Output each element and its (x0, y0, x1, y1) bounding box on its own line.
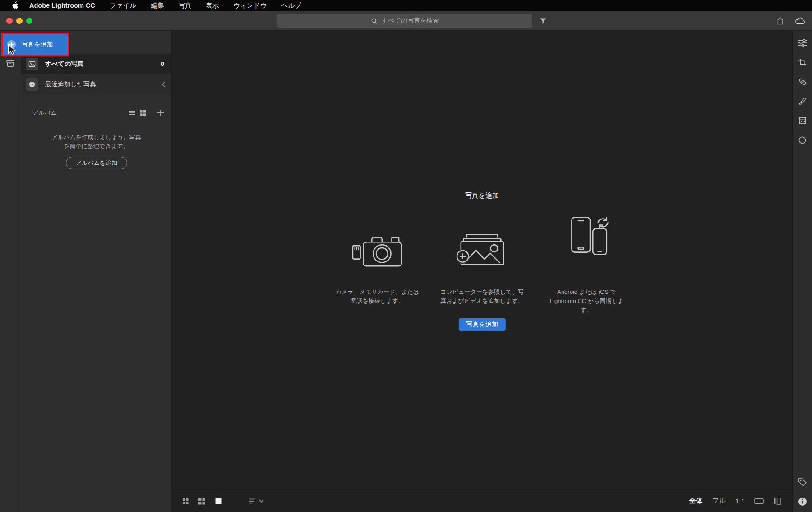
import-option-camera: カメラ、メモリカード、または 電話を接続します。 (325, 213, 430, 315)
album-grid-view-icon[interactable] (140, 110, 146, 116)
add-photos-primary-button[interactable]: 写真を追加 (458, 318, 505, 331)
fullscreen-button[interactable] (26, 18, 32, 24)
add-album-plus-icon[interactable] (157, 110, 164, 116)
albums-header: アルバム (32, 108, 164, 117)
all-photos-count: 0 (161, 61, 164, 67)
edit-sliders-icon[interactable] (798, 38, 807, 48)
minimize-button[interactable] (16, 18, 23, 24)
sidebar-item-recently-added[interactable]: 最近追加した写真 (21, 74, 171, 94)
crop-icon[interactable] (798, 57, 807, 67)
empty-state: 写真を追加 カメラ、メモリカード、または 電話を接続します。 (172, 191, 792, 315)
filter-icon[interactable] (540, 17, 547, 24)
detail-view-icon[interactable] (215, 498, 222, 504)
sidebar: 写真を追加 すべての写真 0 最近追加した写真 アルバム (0, 31, 172, 512)
sort-icon (249, 498, 256, 504)
sidebar-item-all-photos[interactable]: すべての写真 0 (21, 54, 171, 74)
titlebar-right-actions (776, 16, 806, 25)
import-option-mobile: Android または iOS で Lightroom CC から同期しま す。 (535, 213, 639, 315)
menu-item-edit[interactable]: 編集 (151, 1, 164, 10)
grid-large-icon[interactable] (198, 498, 206, 505)
lightroom-window: Adobe Lightroom CC ファイル 編集 写真 表示 ウィンドウ ヘ… (0, 0, 812, 512)
zoom-1-1-label[interactable]: 1:1 (735, 497, 745, 505)
sort-control[interactable] (249, 498, 264, 504)
import-option-browse: コンピューターを参照して、写 真およびビデオを追加します。 (430, 213, 535, 315)
import-option-browse-caption: コンピューターを参照して、写 真およびビデオを追加します。 (430, 288, 535, 306)
zoom-full-label[interactable]: フル (712, 497, 726, 505)
search-icon (371, 18, 378, 24)
filmstrip-icon[interactable] (754, 498, 764, 505)
search-placeholder: すべての写真を検索 (382, 17, 439, 25)
macos-menu-bar: Adobe Lightroom CC ファイル 編集 写真 表示 ウィンドウ ヘ… (0, 0, 812, 11)
my-photos-icon[interactable] (6, 60, 14, 67)
chevron-down-icon (259, 499, 264, 503)
import-options: カメラ、メモリカード、または 電話を接続します。 コンピューターを参照して、写 … (172, 213, 792, 315)
import-option-camera-caption: カメラ、メモリカード、または 電話を接続します。 (325, 288, 430, 306)
meta-tools (793, 477, 812, 507)
recently-added-label: 最近追加した写真 (45, 80, 96, 88)
split-view-icon[interactable] (773, 498, 781, 505)
brush-icon[interactable] (798, 96, 807, 106)
album-list-view-icon[interactable] (129, 110, 135, 116)
all-photos-icon (26, 58, 38, 70)
radial-tool-icon[interactable] (798, 135, 807, 145)
menu-app-name[interactable]: Adobe Lightroom CC (29, 2, 95, 9)
info-icon[interactable] (798, 497, 807, 507)
mobile-sync-icon (562, 214, 612, 260)
gradient-tool-icon[interactable] (798, 116, 807, 126)
cloud-sync-icon[interactable] (795, 17, 806, 25)
share-icon[interactable] (776, 16, 784, 25)
browse-photos-icon (456, 226, 509, 270)
albums-header-label: アルバム (32, 109, 125, 117)
bottom-bar: 全体 フル 1:1 (172, 489, 792, 512)
rail-divider (21, 31, 21, 512)
all-photos-label: すべての写真 (45, 60, 83, 68)
window-controls (6, 18, 32, 24)
menu-item-file[interactable]: ファイル (110, 1, 136, 10)
search-input[interactable]: すべての写真を検索 (277, 14, 532, 28)
zoom-fit-label[interactable]: 全体 (689, 497, 702, 505)
camera-sdcard-icon (351, 226, 404, 270)
close-button[interactable] (6, 18, 13, 24)
zoom-controls: 全体 フル 1:1 (689, 497, 781, 505)
right-toolbar (792, 31, 812, 512)
title-bar: すべての写真を検索 (0, 11, 812, 31)
recently-added-icon (26, 78, 38, 91)
tag-icon[interactable] (798, 477, 807, 487)
menu-item-photo[interactable]: 写真 (178, 1, 191, 10)
menu-item-view[interactable]: 表示 (206, 1, 219, 10)
chevron-left-icon[interactable] (161, 82, 165, 87)
empty-state-title: 写真を追加 (172, 191, 792, 200)
add-album-button[interactable]: アルバムを追加 (66, 157, 127, 169)
main-content: 写真を追加 カメラ、メモリカード、または 電話を接続します。 (172, 31, 792, 512)
albums-empty-text: アルバムを作成しましょう。写真 を簡単に整理できます。 (21, 133, 171, 151)
grid-small-icon[interactable] (183, 498, 189, 504)
menu-item-help[interactable]: ヘルプ (281, 1, 301, 10)
edit-tools (793, 38, 812, 145)
apple-menu-icon[interactable] (12, 1, 18, 9)
add-photos-label: 写真を追加 (21, 41, 53, 49)
menu-item-window[interactable]: ウィンドウ (233, 1, 267, 10)
import-option-mobile-caption: Android または iOS で Lightroom CC から同期しま す。 (535, 288, 639, 315)
healing-brush-icon[interactable] (798, 77, 807, 87)
mouse-cursor (8, 44, 17, 55)
